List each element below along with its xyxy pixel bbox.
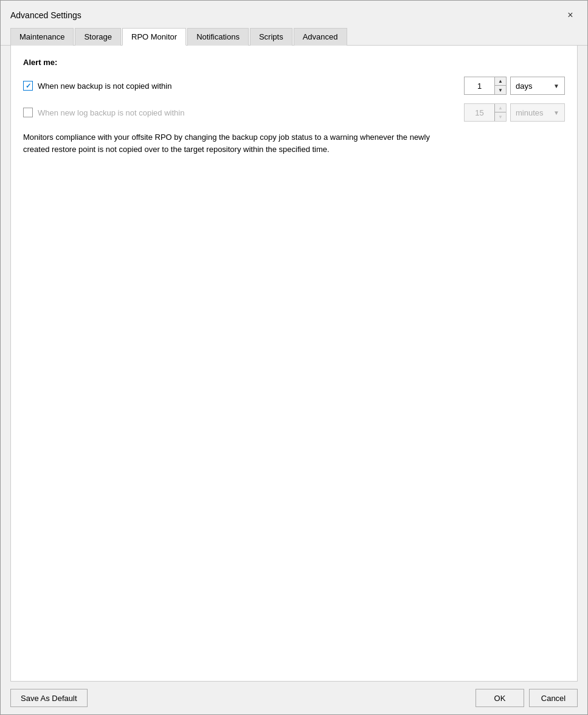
option2-dropdown-text: minutes	[516, 108, 544, 117]
option1-dropdown-text: days	[516, 81, 532, 91]
tab-notifications[interactable]: Notifications	[187, 28, 249, 46]
option1-arrows: ▲ ▼	[494, 77, 506, 94]
option2-checkbox[interactable]	[23, 108, 33, 117]
option-row-1: When new backup is not copied within 1 ▲…	[23, 77, 565, 95]
dialog-title: Advanced Settings	[10, 10, 81, 20]
tabs-container: Maintenance Storage RPO Monitor Notifica…	[1, 27, 587, 46]
tab-scripts[interactable]: Scripts	[250, 28, 292, 46]
tab-rpo-monitor[interactable]: RPO Monitor	[122, 28, 186, 46]
alert-label: Alert me:	[23, 58, 565, 67]
option2-spinner: 15 ▲ ▼	[464, 103, 507, 122]
option1-value: 1	[465, 81, 494, 91]
option2-spinner-group: 15 ▲ ▼ minutes ▼	[464, 103, 565, 122]
option2-dropdown-arrow: ▼	[553, 109, 559, 116]
tab-advanced[interactable]: Advanced	[294, 28, 347, 46]
option-row-2: When new log backup is not copied within…	[23, 103, 565, 122]
tab-storage[interactable]: Storage	[75, 28, 121, 46]
close-button[interactable]: ×	[563, 8, 578, 22]
option2-wrapper: When new log backup is not copied within	[23, 108, 457, 117]
content-area: Alert me: When new backup is not copied …	[10, 46, 578, 682]
description-text: Monitors compliance with your offsite RP…	[23, 131, 449, 155]
bottom-right-buttons: OK Cancel	[476, 689, 578, 707]
cancel-button[interactable]: Cancel	[529, 689, 578, 707]
option1-arrow-up[interactable]: ▲	[495, 77, 506, 86]
option1-spinner-group: 1 ▲ ▼ days ▼	[464, 77, 565, 95]
save-default-button[interactable]: Save As Default	[10, 689, 88, 707]
option1-checkbox[interactable]	[23, 81, 33, 91]
bottom-bar: Save As Default OK Cancel	[1, 682, 587, 714]
option2-arrow-down: ▼	[495, 112, 506, 121]
advanced-settings-dialog: Advanced Settings × Maintenance Storage …	[0, 0, 588, 715]
ok-button[interactable]: OK	[476, 689, 524, 707]
tab-maintenance[interactable]: Maintenance	[10, 28, 74, 46]
option1-dropdown-arrow: ▼	[553, 83, 559, 89]
option2-label: When new log backup is not copied within	[38, 108, 184, 117]
option2-value: 15	[465, 108, 494, 117]
option1-arrow-down[interactable]: ▼	[495, 86, 506, 94]
option1-wrapper: When new backup is not copied within	[23, 81, 457, 91]
title-bar: Advanced Settings ×	[1, 1, 587, 27]
option1-dropdown[interactable]: days ▼	[510, 77, 565, 95]
option2-arrow-up: ▲	[495, 104, 506, 112]
option1-spinner[interactable]: 1 ▲ ▼	[464, 77, 507, 95]
option2-dropdown: minutes ▼	[510, 103, 565, 122]
option2-arrows: ▲ ▼	[494, 104, 506, 121]
option1-label: When new backup is not copied within	[38, 81, 171, 91]
